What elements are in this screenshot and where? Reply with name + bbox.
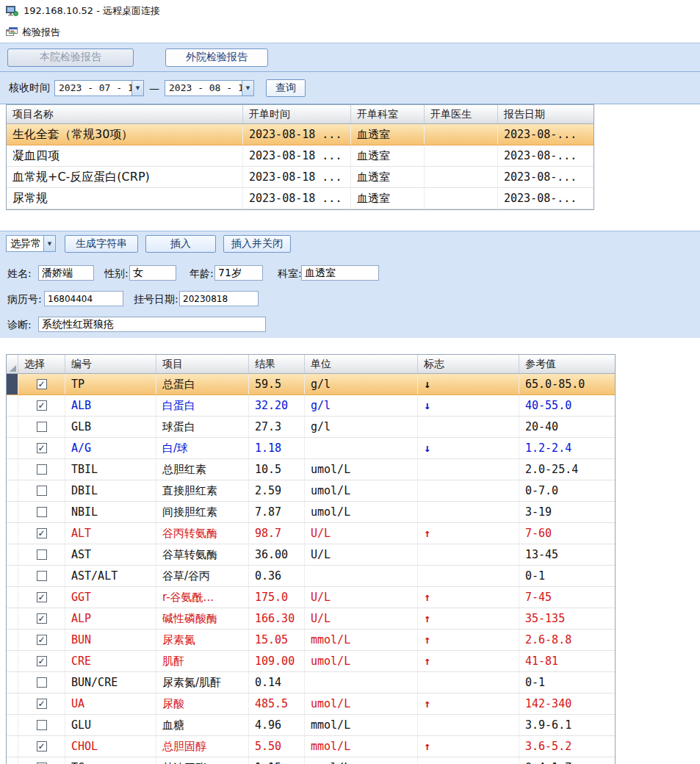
result-row[interactable]: ✓CHOL总胆固醇5.50mmol/L↑3.6-5.2 — [7, 736, 615, 757]
tab-external-report[interactable]: 外院检验报告 — [165, 48, 268, 67]
result-cell-flag — [418, 757, 519, 764]
result-row-selector[interactable] — [7, 757, 18, 764]
name-field[interactable] — [38, 265, 94, 281]
report-row[interactable]: 血常规+C-反应蛋白(CRP)2023-08-18 ...血透室2023-08-… — [7, 167, 593, 188]
result-row[interactable]: TG甘油三酯1.15mmol/L0.4-1.7 — [7, 757, 615, 764]
result-row-selector[interactable] — [7, 736, 18, 757]
chevron-down-icon[interactable]: ▼ — [43, 236, 55, 251]
row-checkbox[interactable]: ✓ — [37, 635, 47, 645]
result-cell-result: 5.50 — [249, 736, 305, 757]
result-row[interactable]: ✓CRE肌酐109.00umol/L↑41-81 — [7, 651, 615, 672]
department-field[interactable] — [301, 265, 379, 281]
query-button[interactable]: 查询 — [266, 79, 306, 97]
result-row[interactable]: ✓ALP碱性磷酸酶166.30U/L↑35-135 — [7, 608, 615, 630]
result-row[interactable]: AST谷草转氨酶36.00U/L13-45 — [7, 544, 615, 566]
row-checkbox[interactable] — [37, 507, 47, 517]
spacer — [0, 210, 700, 231]
row-checkbox[interactable] — [37, 464, 47, 475]
result-row-selector[interactable] — [7, 608, 18, 629]
result-cell-ref: 40-55.0 — [519, 395, 615, 416]
result-cell-item: 尿素氮 — [156, 630, 249, 650]
row-checkbox[interactable]: ✓ — [37, 699, 47, 709]
row-checkbox[interactable]: ✓ — [37, 528, 47, 538]
result-row[interactable]: ✓A/G白/球1.18↓1.2-2.4 — [7, 438, 615, 459]
age-field[interactable] — [214, 265, 263, 281]
results-column-header: 参考值 — [519, 355, 615, 373]
result-row[interactable]: DBIL直接胆红素2.59umol/L0-7.0 — [7, 480, 615, 502]
result-row[interactable]: GLU血糖4.96mmol/L3.9-6.1 — [7, 715, 615, 736]
diagnosis-field[interactable] — [38, 317, 266, 332]
result-cell-code: GGT — [65, 587, 156, 608]
result-row-selector[interactable] — [7, 693, 18, 714]
result-checkbox-cell — [18, 715, 65, 735]
result-row[interactable]: ✓TP总蛋白59.5g/l↓65.0-85.0 — [7, 374, 615, 395]
row-checkbox[interactable]: ✓ — [37, 592, 47, 602]
row-checkbox[interactable]: ✓ — [37, 379, 47, 389]
result-row-selector[interactable] — [7, 523, 18, 544]
result-row[interactable]: ✓UA尿酸485.5umol/L↑142-340 — [7, 693, 615, 715]
spacer — [0, 338, 700, 354]
result-checkbox-cell: ✓ — [18, 693, 65, 714]
insert-button[interactable]: 插入 — [145, 235, 216, 253]
row-checkbox[interactable] — [37, 486, 47, 496]
report-cell-order_time: 2023-08-18 ... — [243, 124, 351, 145]
report-cell-dept: 血透室 — [351, 124, 425, 145]
result-row-selector[interactable] — [7, 438, 18, 458]
result-row-selector[interactable] — [7, 480, 18, 501]
result-row-selector[interactable] — [7, 651, 18, 671]
result-row-selector[interactable] — [7, 417, 18, 437]
chevron-down-icon[interactable]: ▼ — [131, 81, 143, 96]
row-checkbox[interactable] — [37, 677, 47, 688]
abnormal-filter-select[interactable]: 选异常 ▼ — [6, 235, 56, 252]
result-cell-ref: 2.0-25.4 — [519, 459, 615, 480]
date-to-combo[interactable]: 2023 - 08 - 18 ▼ — [165, 80, 254, 96]
report-row[interactable]: 生化全套（常规30项）2023-08-18 ...血透室2023-08-... — [7, 124, 593, 145]
result-row[interactable]: ✓GGTr-谷氨酰...175.0U/L↑7-45 — [7, 587, 615, 608]
result-row[interactable]: ✓ALT谷丙转氨酶98.7U/L↑7-60 — [7, 523, 615, 544]
result-row-selector[interactable] — [7, 502, 18, 522]
result-cell-item: 球蛋白 — [156, 417, 249, 437]
result-row-selector[interactable] — [7, 715, 18, 735]
report-row[interactable]: 尿常规2023-08-18 ...血透室2023-08-... — [7, 188, 593, 209]
generate-string-button[interactable]: 生成字符串 — [65, 235, 138, 253]
report-cell-name: 凝血四项 — [7, 145, 243, 166]
row-checkbox[interactable]: ✓ — [37, 741, 47, 752]
result-row-selector[interactable] — [7, 459, 18, 480]
row-checkbox[interactable] — [37, 422, 47, 432]
gender-field[interactable] — [129, 265, 176, 281]
result-cell-ref: 1.2-2.4 — [519, 438, 615, 458]
row-checkbox[interactable] — [37, 571, 47, 581]
result-row-selector[interactable] — [7, 374, 18, 394]
row-checkbox[interactable]: ✓ — [37, 443, 47, 453]
result-row[interactable]: NBIL间接胆红素7.87umol/L3-19 — [7, 502, 615, 523]
insert-and-close-button[interactable]: 插入并关闭 — [223, 235, 291, 253]
result-row-selector[interactable] — [7, 566, 18, 586]
date-from-combo[interactable]: 2023 - 07 - 19 ▼ — [54, 80, 144, 96]
result-row[interactable]: BUN/CRE尿素氮/肌酐0.140-1 — [7, 672, 615, 693]
registration-date-field[interactable] — [179, 291, 259, 306]
result-row-selector[interactable] — [7, 544, 18, 565]
result-row[interactable]: TBIL总胆红素10.5umol/L2.0-25.4 — [7, 459, 615, 480]
result-row[interactable]: AST/ALT谷草/谷丙0.360-1 — [7, 566, 615, 587]
row-checkbox[interactable] — [37, 720, 47, 730]
report-row[interactable]: 凝血四项2023-08-18 ...血透室2023-08-... — [7, 145, 593, 167]
result-row[interactable]: ✓BUN尿素氮15.05mmol/L↑2.6-8.8 — [7, 630, 615, 651]
result-cell-result: 59.5 — [249, 374, 305, 394]
result-row-selector[interactable] — [7, 672, 18, 693]
result-row[interactable]: GLB球蛋白27.3g/l20-40 — [7, 417, 615, 438]
result-cell-result: 36.00 — [249, 544, 305, 565]
row-checkbox[interactable] — [37, 549, 47, 560]
record-number-field[interactable] — [44, 291, 123, 306]
result-row[interactable]: ✓ALB白蛋白32.20g/l↓40-55.0 — [7, 395, 615, 417]
result-cell-code: ALT — [65, 523, 156, 544]
tab-local-report[interactable]: 本院检验报告 — [7, 48, 134, 67]
chevron-down-icon[interactable]: ▼ — [242, 81, 253, 96]
report-cell-doctor — [425, 124, 498, 145]
row-checkbox[interactable]: ✓ — [37, 613, 47, 624]
row-checkbox[interactable]: ✓ — [37, 656, 47, 666]
result-row-selector[interactable] — [7, 587, 18, 608]
result-row-selector[interactable] — [7, 630, 18, 650]
row-checkbox[interactable]: ✓ — [37, 400, 47, 411]
result-cell-code: GLU — [65, 715, 156, 735]
result-row-selector[interactable] — [7, 395, 18, 416]
